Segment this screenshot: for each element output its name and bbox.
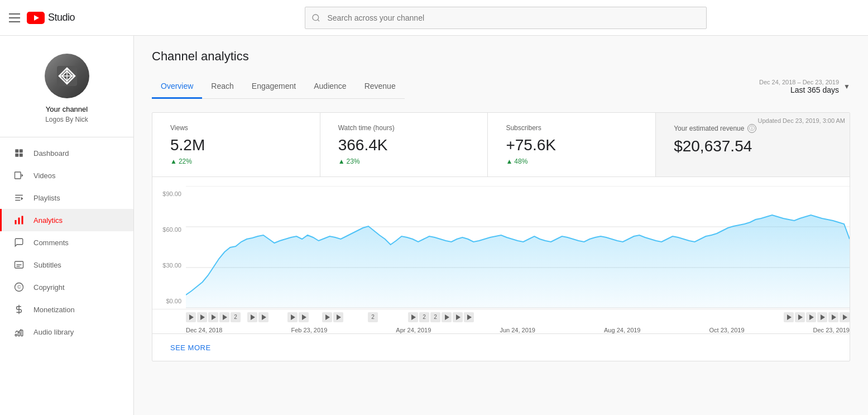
videos-label: Videos [33, 171, 56, 180]
tab-engagement[interactable]: Engagement [243, 75, 305, 99]
copyright-icon: © [13, 282, 25, 293]
nav-item-copyright[interactable]: © Copyright [0, 276, 133, 298]
nav-item-dashboard[interactable]: Dashboard [0, 142, 133, 164]
svg-rect-30 [21, 330, 23, 336]
sidebar: Your channel Logos By Nick Dashboard Vid… [0, 36, 134, 415]
nav-item-monetization[interactable]: Monetization [0, 298, 133, 321]
tab-reach[interactable]: Reach [202, 75, 242, 99]
tab-revenue[interactable]: Revenue [356, 75, 405, 99]
nav-item-subtitles[interactable]: Subtitles [0, 254, 133, 276]
search-bar [305, 7, 707, 29]
svg-rect-11 [15, 154, 18, 157]
svg-rect-20 [18, 218, 20, 225]
header: Studio [0, 0, 868, 36]
nav-item-comments[interactable]: Comments [0, 231, 133, 254]
analytics-icon [13, 214, 25, 226]
nav-item-videos[interactable]: Videos [0, 164, 133, 187]
svg-rect-19 [15, 220, 17, 225]
video-marker-icon[interactable] [464, 312, 474, 322]
subtitles-icon [13, 259, 25, 270]
avatar [45, 54, 89, 98]
audio-library-icon [13, 326, 25, 337]
hamburger-icon[interactable] [9, 13, 20, 22]
monetization-icon [13, 304, 25, 315]
video-marker-icon[interactable] [442, 312, 452, 322]
video-marker-icon[interactable] [197, 312, 207, 322]
x-label-dec18: Dec 24, 2018 [186, 327, 222, 333]
stat-views: Views 5.2M ▲ 22% [152, 113, 320, 177]
video-marker-icon[interactable] [828, 312, 838, 322]
video-marker-icon[interactable] [186, 312, 196, 322]
svg-rect-21 [22, 216, 23, 225]
video-marker-icon[interactable] [333, 312, 343, 322]
date-range-info[interactable]: Dec 24, 2018 – Dec 23, 2019 Last 365 day… [759, 79, 850, 99]
svg-marker-14 [22, 174, 23, 177]
tab-overview[interactable]: Overview [152, 75, 202, 99]
chart-y-axis: $90.00 $60.00 $30.00 $0.00 [152, 186, 186, 309]
youtube-logo-icon [27, 12, 45, 24]
video-marker-icon[interactable] [784, 312, 794, 322]
stat-subs-change: ▲ 48% [506, 158, 637, 165]
y-label-30: $30.00 [161, 262, 181, 269]
see-more[interactable]: SEE MORE [152, 333, 850, 361]
video-marker-icon[interactable] [287, 312, 298, 322]
video-cluster-marker[interactable]: 2 [419, 312, 429, 322]
comments-label: Comments [33, 238, 69, 247]
playlists-label: Playlists [33, 194, 60, 202]
tab-audience[interactable]: Audience [305, 75, 355, 99]
video-marker-icon[interactable] [299, 312, 309, 322]
video-cluster-marker[interactable]: 2 [368, 312, 378, 322]
y-label-60: $60.00 [161, 226, 181, 233]
x-label-aug19: Aug 24, 2019 [604, 327, 640, 333]
playlists-icon [13, 192, 25, 203]
search-icon [311, 13, 320, 22]
svg-rect-13 [15, 172, 21, 179]
video-marker-icon[interactable] [840, 312, 850, 322]
stat-watch-change-val: 23% [347, 158, 360, 165]
video-marker-icon[interactable] [453, 312, 463, 322]
revenue-info-icon[interactable]: ⓘ [747, 124, 756, 133]
stat-views-change: ▲ 22% [170, 158, 302, 165]
stat-watch-time: Watch time (hours) 366.4K ▲ 23% [320, 113, 488, 177]
video-cluster-marker[interactable]: 2 [430, 312, 440, 322]
stat-views-change-val: 22% [179, 158, 192, 165]
main-content: Channel analytics Overview Reach Engagem… [134, 36, 868, 415]
search-input[interactable] [305, 7, 707, 29]
videos-icon [13, 170, 25, 181]
audio-library-label: Audio library [33, 328, 74, 336]
x-label-apr19: Apr 24, 2019 [396, 327, 431, 333]
updated-badge: Updated Dec 23, 2019, 3:00 AM [757, 117, 845, 124]
comments-icon [13, 237, 25, 248]
header-left: Studio [9, 12, 143, 24]
tabs-header-row: Overview Reach Engagement Audience Reven… [152, 75, 850, 99]
chart-svg-container [186, 186, 850, 309]
svg-rect-9 [15, 149, 18, 152]
see-more-link[interactable]: SEE MORE [170, 344, 211, 352]
video-marker-icon[interactable] [795, 312, 805, 322]
chart-area: $90.00 $60.00 $30.00 $0.00 [152, 177, 850, 333]
video-marker-icon[interactable] [258, 312, 268, 322]
video-marker-icon[interactable] [817, 312, 827, 322]
video-cluster-marker[interactable]: 2 [231, 312, 241, 322]
stat-watch-change: ▲ 23% [338, 158, 470, 165]
layout: Your channel Logos By Nick Dashboard Vid… [0, 36, 868, 415]
video-marker-icon[interactable] [247, 312, 257, 322]
stats-row: Views 5.2M ▲ 22% Watch time (hours) 366.… [152, 113, 850, 177]
svg-rect-28 [15, 335, 17, 336]
x-label-dec19: Dec 23, 2019 [813, 327, 850, 333]
video-marker-icon[interactable] [408, 312, 418, 322]
video-marker-icon[interactable] [219, 312, 229, 322]
video-marker-icon[interactable] [208, 312, 218, 322]
nav-item-analytics[interactable]: Analytics [0, 209, 133, 231]
stat-revenue-value: $20,637.54 [674, 137, 832, 155]
x-label-jun19: Jun 24, 2019 [500, 327, 535, 333]
svg-point-2 [313, 15, 319, 21]
svg-rect-12 [20, 154, 23, 157]
chart-wrapper: $90.00 $60.00 $30.00 $0.00 [152, 186, 850, 309]
analytics-label: Analytics [33, 216, 63, 225]
nav-item-playlists[interactable]: Playlists [0, 187, 133, 209]
video-marker-icon[interactable] [322, 312, 332, 322]
y-label-0: $0.00 [161, 298, 181, 304]
nav-item-audio-library[interactable]: Audio library [0, 321, 133, 343]
video-marker-icon[interactable] [806, 312, 816, 322]
